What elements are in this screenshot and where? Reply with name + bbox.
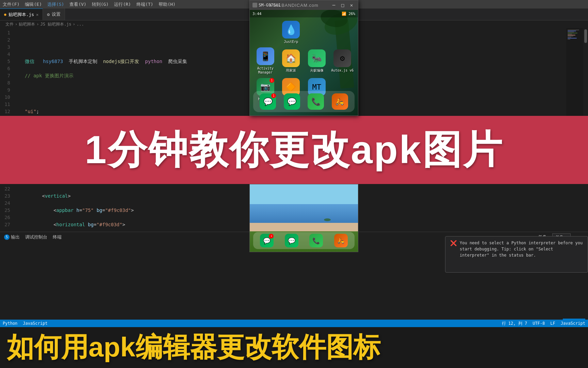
notification-bar: ❌ You need to select a Python interprete… bbox=[445, 236, 588, 273]
dock-phone[interactable]: 📞 bbox=[308, 93, 324, 110]
dock-wechat-1[interactable]: 💬 1 bbox=[260, 93, 276, 110]
app-icon-justera[interactable]: 💧 JustErp bbox=[279, 19, 304, 46]
dock-wechat-2[interactable]: 💬 bbox=[284, 93, 300, 110]
phone-beach bbox=[250, 223, 358, 231]
menu-item-goto[interactable]: 转到(G) bbox=[92, 1, 109, 7]
breadcrumb-part-3[interactable]: JS 贴吧脚本.js bbox=[40, 21, 71, 27]
yellow-banner-text: 如何用apk编辑器更改软件图标 bbox=[7, 329, 380, 366]
menu-item-terminal[interactable]: 终端(T) bbox=[136, 1, 153, 7]
menu-item-run[interactable]: 运行(R) bbox=[114, 1, 131, 7]
notification-text: You need to select a Python interpreter … bbox=[460, 240, 583, 258]
app-icon-yongjapai[interactable]: 🏠 用家派 bbox=[279, 47, 304, 75]
dock-rider[interactable]: 🛵 bbox=[332, 93, 348, 110]
tab-label-settings: 设置 bbox=[52, 11, 61, 17]
phone-close-button[interactable]: ✕ bbox=[348, 1, 355, 9]
breadcrumb-part-4: ... bbox=[77, 22, 84, 27]
statusbar-line-col: 行 12, 列 7 bbox=[502, 321, 527, 326]
bottom-dock-phone[interactable]: 📞 bbox=[309, 234, 323, 247]
app-icon-huoyi[interactable]: 🐜 火蚁编像 bbox=[305, 47, 329, 75]
menu-item-file[interactable]: 文件(F) bbox=[3, 1, 19, 7]
phone-status-bar: 3:44 📶 26% bbox=[250, 10, 358, 17]
phone-app-icon bbox=[252, 3, 257, 7]
app-label-justera: JustErp bbox=[284, 40, 298, 44]
app-icon-autox[interactable]: ⚙️ Autox.js v6 bbox=[330, 47, 355, 75]
terminal-tab-debug[interactable]: 调试控制台 bbox=[25, 234, 47, 240]
statusbar-js: JavaScript bbox=[23, 321, 47, 326]
phone-restore-button[interactable]: □ bbox=[339, 1, 346, 9]
yellow-banner: 如何用apk编辑器更改软件图标 bbox=[0, 327, 588, 368]
notification-icon: ❌ bbox=[450, 240, 457, 246]
vscode-statusbar: Python JavaScript 行 12, 列 7 UTF-8 LF Jav… bbox=[0, 320, 588, 327]
menu-item-edit[interactable]: 编辑(E) bbox=[25, 1, 42, 7]
phone-time: 3:44 bbox=[252, 12, 262, 16]
statusbar-eol: LF bbox=[550, 321, 555, 326]
app-label-yongjapai: 用家派 bbox=[286, 68, 296, 73]
phone-bottom-dock: 💬 1 💬 📞 🛵 bbox=[253, 232, 355, 249]
bottom-dock-rider[interactable]: 🛵 bbox=[334, 234, 348, 247]
terminal-tab-terminal[interactable]: 终端 bbox=[53, 234, 62, 240]
terminal-label-output: 输出 bbox=[11, 234, 20, 240]
phone-minimize-button[interactable]: ─ bbox=[330, 1, 338, 9]
breadcrumb-sep-3: › bbox=[73, 22, 75, 27]
app-label-autox: Autox.js v6 bbox=[331, 68, 354, 73]
terminal-badge-output: 5 bbox=[4, 234, 10, 240]
app-label-activity-manager: Activity Manager bbox=[253, 66, 278, 75]
menu-item-help[interactable]: 帮助(H) bbox=[159, 1, 175, 7]
phone-emulator-bottom: 💬 1 💬 📞 🛵 bbox=[249, 184, 358, 252]
bottom-dock-wechat-1[interactable]: 💬 1 bbox=[260, 234, 274, 247]
dock-badge-wechat: 1 bbox=[271, 93, 276, 98]
tab-icon-settings: ⚙ bbox=[47, 12, 50, 17]
phone-dock: 💬 1 💬 📞 🛵 bbox=[253, 91, 355, 112]
bottom-badge: 1 bbox=[269, 234, 274, 239]
red-banner-text: 1分钟教你更改apk图片 bbox=[85, 124, 503, 177]
app-label-huoyi: 火蚁编像 bbox=[310, 68, 324, 73]
bottom-dock-wechat-2[interactable]: 💬 bbox=[285, 234, 298, 247]
terminal-label-terminal: 终端 bbox=[53, 234, 62, 240]
breadcrumb-sep-2: › bbox=[36, 22, 39, 27]
terminal-label-debug: 调试控制台 bbox=[25, 234, 47, 240]
menu-item-select[interactable]: 选择(S) bbox=[47, 1, 64, 7]
tab-label-script: 贴吧脚本.js bbox=[9, 12, 34, 18]
statusbar-lang: JavaScript bbox=[561, 321, 585, 326]
breadcrumb-sep-1: › bbox=[15, 22, 17, 27]
tab-close-script[interactable]: ✕ bbox=[36, 12, 38, 17]
bandicam-watermark: www.BANDICAM.com bbox=[270, 3, 318, 8]
tab-main-script[interactable]: ● 贴吧脚本.js ✕ bbox=[0, 9, 43, 20]
app-icon-activity-manager[interactable]: 📱 Activity Manager bbox=[253, 47, 278, 75]
tab-settings[interactable]: ⚙ 设置 bbox=[43, 9, 65, 20]
line-numbers: 1 2 3 4 5 6 7 8 9 10 11 12 bbox=[0, 28, 14, 116]
red-banner: 1分钟教你更改apk图片 bbox=[0, 116, 588, 184]
phone-app-grid: 💧 JustErp 📱 Activity Manager 🏠 用家派 🐜 bbox=[253, 19, 355, 103]
statusbar-encoding: UTF-8 bbox=[533, 321, 545, 326]
statusbar-python[interactable]: Python bbox=[3, 321, 17, 326]
phone-bottom-wallpaper: 💬 1 💬 📞 🛵 bbox=[250, 184, 358, 252]
minimap bbox=[566, 28, 583, 116]
breadcrumb-part-2[interactable]: 贴吧脚本 bbox=[19, 21, 35, 27]
menu-item-view[interactable]: 查看(V) bbox=[69, 1, 86, 7]
phone-screen: 3:44 📶 26% 💧 JustErp 📱 Activity Manager … bbox=[250, 10, 358, 116]
phone-emulator-window[interactable]: SM-G975U1 ─ □ ✕ 3:44 📶 26% 💧 JustErp bbox=[249, 0, 358, 116]
badge-hihicam: 1 bbox=[270, 78, 274, 83]
phone-sea bbox=[250, 204, 358, 225]
scrollbar[interactable] bbox=[583, 28, 588, 116]
bottom-line-numbers: 22 23 24 25 26 27 bbox=[0, 184, 14, 276]
terminal-tab-output[interactable]: 5 输出 bbox=[4, 234, 20, 240]
phone-status-icons: 📶 26% bbox=[342, 12, 356, 16]
breadcrumb-part-1[interactable]: 文件 bbox=[5, 21, 14, 27]
